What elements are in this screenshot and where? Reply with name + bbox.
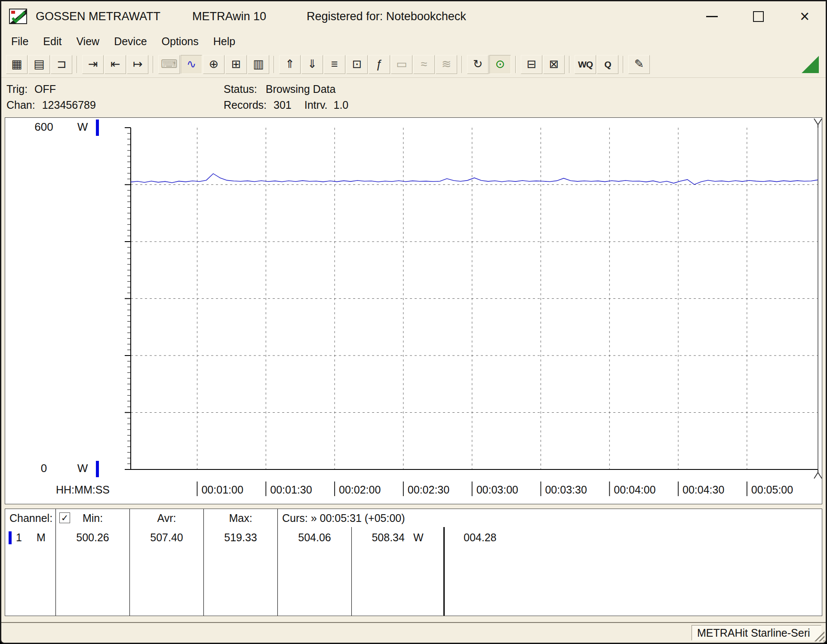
registered-text: Registered for: Notebookcheck <box>307 10 466 23</box>
connection-indicator-icon <box>802 56 819 73</box>
import-data-button[interactable]: ⇤ <box>105 55 126 74</box>
menubar: File Edit View Device Options Help <box>1 31 826 51</box>
cursor-b-value: 508.34 <box>372 531 404 544</box>
device-name-box: METRAHit Starline-Seri <box>692 625 821 641</box>
svg-text:00:04:00: 00:04:00 <box>614 484 655 496</box>
wave-high-button: ≋ <box>436 55 457 74</box>
header-max: Max: <box>204 509 278 527</box>
channel-color-marker-top <box>96 120 99 136</box>
svg-text:00:05:00: 00:05:00 <box>751 484 793 496</box>
records-value: 301 <box>274 99 292 111</box>
status-panel: Trig:OFF Status:Browsing Data Chan:12345… <box>1 78 826 115</box>
svg-text:00:02:00: 00:02:00 <box>339 484 381 496</box>
header-avr: Avr: <box>130 509 204 527</box>
y-axis-unit-top: W <box>74 120 91 134</box>
maximize-button[interactable] <box>748 6 768 26</box>
status-label: Status: <box>224 83 257 95</box>
menu-item-device[interactable]: Device <box>107 33 154 50</box>
svg-text:00:03:00: 00:03:00 <box>477 484 518 496</box>
app-title: METRAwin 10 <box>192 10 266 23</box>
trend-chart[interactable]: 00:01:0000:01:3000:02:0000:02:3000:03:00… <box>5 118 822 504</box>
chan-label: Chan: <box>6 99 35 111</box>
y-axis-max-label: 600 <box>25 120 63 134</box>
menu-item-file[interactable]: File <box>4 33 36 50</box>
wave-low-button: ≈ <box>413 55 435 74</box>
open-button[interactable]: ⊐ <box>51 55 72 74</box>
table-header-row: Channel: ✓ Min: Avr: Max: Curs: » 00:05:… <box>5 509 822 527</box>
zoom-in-button[interactable]: Q <box>597 55 618 74</box>
toolbar: ▦ ▤ ⊐ ⇥ ⇤ ↦ ⌨ ∿ ⊕ ⊞ ▥ ⇑ ⇓ ≡ ⊡ ƒ ▭ ≈ ≋ ↻ … <box>1 51 826 78</box>
alarm-button[interactable]: ⊙ <box>489 55 511 74</box>
histogram-button[interactable]: ▥ <box>248 55 269 74</box>
close-button[interactable]: × <box>795 6 815 26</box>
trend-graph-button[interactable]: ∿ <box>181 55 202 74</box>
channel-mode: M <box>37 531 46 544</box>
cell-cursor-a: 504.06 <box>278 527 352 616</box>
minimize-button[interactable] <box>702 6 722 26</box>
svg-text:HH:MM:SS: HH:MM:SS <box>56 484 110 496</box>
records-label: Records: <box>224 99 267 111</box>
cursor-b-unit: W <box>413 531 424 544</box>
window-controls: × <box>702 6 815 26</box>
toolbar-separator <box>77 56 78 73</box>
zoom-out-button[interactable]: WQ <box>575 55 596 74</box>
cell-avr: 507.40 <box>130 527 204 616</box>
cell-channel: 1 M <box>5 527 56 616</box>
device-display-button: ▭ <box>391 55 412 74</box>
save-button[interactable]: ▦ <box>6 55 28 74</box>
trigger-status: Trig:OFF <box>6 83 224 95</box>
data-table-button[interactable]: ⊞ <box>225 55 247 74</box>
menu-item-options[interactable]: Options <box>154 33 206 50</box>
brand-text: GOSSEN METRAWATT <box>36 10 160 23</box>
print-button[interactable]: ⊠ <box>543 55 565 74</box>
header-channel: Channel: <box>5 509 56 527</box>
toolbar-separator <box>515 56 516 73</box>
channel-number: 1 <box>16 531 22 544</box>
trig-label: Trig: <box>6 83 28 95</box>
numeric-display-button: ⌨ <box>158 55 180 74</box>
save-as-button[interactable]: ▤ <box>28 55 50 74</box>
crosshair-button[interactable]: ⊕ <box>203 55 224 74</box>
status-value: Browsing Data <box>266 83 336 95</box>
svg-text:00:02:30: 00:02:30 <box>408 484 449 496</box>
function-button[interactable]: ƒ <box>369 55 390 74</box>
titlebar: GOSSEN METRAWATT METRAwin 10 Registered … <box>1 1 826 31</box>
table-row: 1 M 500.26 507.40 519.33 504.06 508.34 W… <box>5 527 822 616</box>
y-axis-min-label: 0 <box>25 462 63 475</box>
channel-color-marker-bottom <box>96 461 99 477</box>
cell-max: 519.33 <box>204 527 278 616</box>
chan-value: 123456789 <box>42 99 96 111</box>
transfer-down-button[interactable]: ⇓ <box>301 55 323 74</box>
monitor-button[interactable]: ⊡ <box>346 55 368 74</box>
toolbar-separator <box>623 56 624 73</box>
export-device-button[interactable]: ↦ <box>127 55 148 74</box>
maximize-icon <box>753 11 764 22</box>
y-axis-unit-bottom: W <box>74 462 91 475</box>
record-list-button[interactable]: ≡ <box>324 55 345 74</box>
export-data-button[interactable]: ⇥ <box>82 55 104 74</box>
close-icon: × <box>800 8 809 25</box>
header-cursor: Curs: » 00:05:31 (+05:00) <box>278 509 822 527</box>
menu-item-edit[interactable]: Edit <box>36 33 69 50</box>
svg-text:00:04:30: 00:04:30 <box>683 484 724 496</box>
cell-cursor-delta: 004.28 <box>445 527 822 616</box>
cell-min: 500.26 <box>56 527 130 616</box>
menu-item-help[interactable]: Help <box>206 33 243 50</box>
channel-data-table: Channel: ✓ Min: Avr: Max: Curs: » 00:05:… <box>5 509 822 616</box>
statusbar: METRAHit Starline-Seri <box>1 622 826 643</box>
browse-status: Status:Browsing Data <box>224 83 826 95</box>
device-name: METRAHit Starline-Seri <box>697 627 810 639</box>
print-preview-button[interactable]: ⊟ <box>521 55 542 74</box>
app-logo-icon <box>9 8 28 25</box>
cell-cursor-b: 508.34 W <box>352 527 445 616</box>
menu-item-view[interactable]: View <box>69 33 107 50</box>
channel-color-icon <box>9 531 12 544</box>
interval-label: Intrv. <box>304 99 328 111</box>
trend-chart-panel: 00:01:0000:01:3000:02:0000:02:3000:03:00… <box>5 117 822 504</box>
records-status: Records:301Intrv.1.0 <box>224 99 826 111</box>
toolbar-separator <box>274 56 275 73</box>
time-history-button[interactable]: ↻ <box>467 55 489 74</box>
notes-button[interactable]: ✎ <box>628 55 650 74</box>
transfer-up-button[interactable]: ⇑ <box>279 55 301 74</box>
channel-visibility-checkbox[interactable]: ✓ <box>59 512 70 523</box>
